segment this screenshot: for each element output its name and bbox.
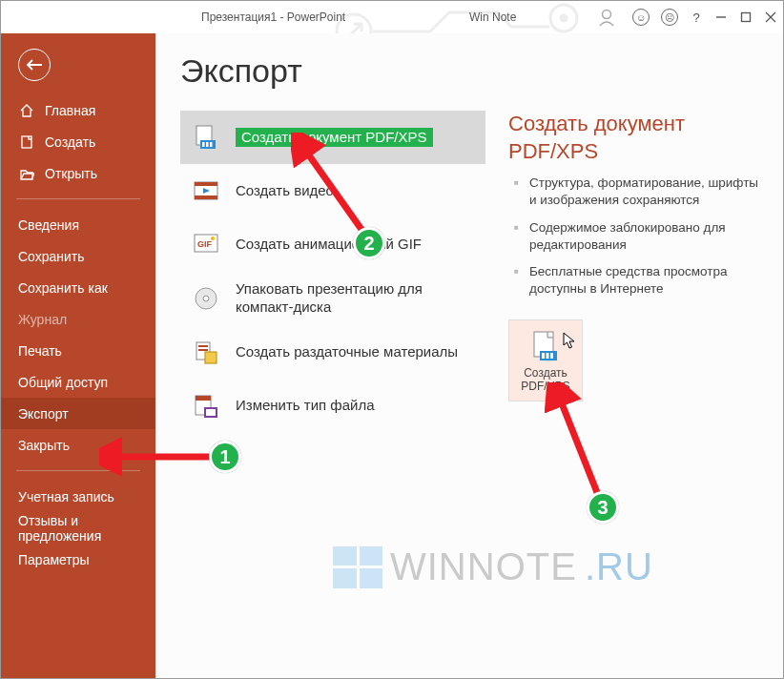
- sidebar-item-Журнал[interactable]: Журнал: [1, 303, 155, 335]
- sidebar-item-Создать[interactable]: Создать: [1, 126, 155, 157]
- svg-rect-34: [550, 353, 553, 359]
- backstage-sidebar: ГлавнаяСоздатьОткрыть СведенияСохранитьС…: [1, 33, 155, 678]
- sidebar-item-label: Печать: [18, 343, 62, 359]
- svg-rect-29: [206, 409, 216, 416]
- svg-rect-25: [205, 352, 217, 363]
- svg-rect-15: [195, 182, 217, 186]
- export-list: Создать документ PDF/XPSСоздать видеоGIF…: [180, 111, 485, 433]
- sidebar-item-Параметры[interactable]: Параметры: [1, 544, 155, 575]
- sidebar-item-Учетная запись[interactable]: Учетная запись: [1, 481, 155, 512]
- open-icon: [18, 166, 35, 181]
- separator: [16, 470, 140, 471]
- cd-icon: [192, 284, 220, 313]
- close-icon[interactable]: [764, 10, 777, 24]
- export-detail-pane: Создать документ PDF/XPS Структура, форм…: [508, 111, 758, 433]
- sidebar-item-label: Журнал: [18, 312, 67, 327]
- sidebar-item-label: Сохранить как: [18, 280, 108, 296]
- sidebar-item-Общий доступ[interactable]: Общий доступ: [1, 366, 155, 398]
- sidebar-item-label: Закрыть: [18, 438, 70, 453]
- annotation-badge-2: 2: [353, 227, 385, 259]
- sidebar-item-label: Общий доступ: [18, 375, 108, 390]
- sidebar-item-label: Главная: [45, 103, 95, 118]
- titlebar: Презентация1 - PowerPoint Win Note ☺ ☹ ?: [1, 1, 783, 33]
- change-icon: [192, 392, 220, 421]
- export-option-label: Создать видео: [236, 182, 334, 200]
- annotation-badge-3: 3: [587, 491, 619, 524]
- svg-point-3: [603, 10, 611, 19]
- svg-rect-32: [542, 353, 545, 359]
- handout-icon: [192, 339, 220, 367]
- pdf-document-icon: [530, 330, 561, 362]
- svg-rect-11: [202, 142, 205, 147]
- export-option-video[interactable]: Создать видео: [180, 164, 485, 217]
- svg-rect-13: [210, 142, 213, 147]
- smile-icon[interactable]: ☺: [632, 9, 650, 26]
- sidebar-item-Сохранить как[interactable]: Сохранить как: [1, 272, 155, 303]
- sidebar-item-Сведения[interactable]: Сведения: [1, 209, 155, 240]
- bullet-item: Структура, форматирование, шрифты и изоб…: [514, 175, 758, 209]
- cursor-icon: [563, 332, 576, 349]
- create-pdf-xps-button[interactable]: Создать PDF/XPS: [508, 319, 583, 401]
- sidebar-item-Отзывы и предложения[interactable]: Отзывы и предложения: [1, 512, 155, 544]
- pdf-icon: [192, 123, 220, 152]
- separator: [16, 198, 140, 199]
- export-option-label: Создать раздаточные материалы: [236, 343, 458, 361]
- bullet-item: Бесплатные средства просмотра доступны в…: [514, 263, 758, 298]
- win-note-label: Win Note: [469, 10, 516, 24]
- sidebar-item-Открыть[interactable]: Открыть: [1, 157, 155, 189]
- help-icon[interactable]: ?: [690, 10, 703, 24]
- gif-icon: GIF: [192, 230, 220, 258]
- export-option-gif[interactable]: GIFСоздать анимационный GIF: [180, 217, 485, 271]
- page-title: Экспорт: [180, 52, 758, 90]
- back-button[interactable]: [18, 49, 51, 81]
- new-icon: [18, 134, 35, 150]
- account-icon[interactable]: [598, 8, 621, 27]
- sidebar-item-label: Сведения: [18, 217, 79, 233]
- content-area: Экспорт Создать документ PDF/XPSСоздать …: [155, 33, 783, 678]
- svg-rect-23: [198, 345, 208, 347]
- svg-rect-16: [195, 195, 217, 199]
- export-option-label: Изменить тип файла: [236, 397, 375, 415]
- watermark: WINNOTE.RU: [333, 545, 653, 588]
- export-option-change[interactable]: Изменить тип файла: [180, 380, 485, 433]
- minimize-icon[interactable]: [714, 10, 728, 24]
- bullet-item: Содержимое заблокировано для редактирова…: [514, 219, 758, 254]
- home-icon: [18, 103, 35, 118]
- window-title: Презентация1 - PowerPoint: [201, 10, 345, 24]
- sidebar-item-Печать[interactable]: Печать: [1, 335, 155, 366]
- export-option-label: Упаковать презентацию для компакт-диска: [236, 280, 474, 317]
- frown-icon[interactable]: ☹: [661, 9, 678, 26]
- svg-rect-24: [198, 349, 208, 351]
- svg-text:GIF: GIF: [197, 239, 213, 249]
- export-option-label: Создать документ PDF/XPS: [236, 128, 433, 148]
- sidebar-item-Экспорт[interactable]: Экспорт: [1, 398, 155, 429]
- button-label: Создать PDF/XPS: [521, 366, 569, 393]
- sidebar-item-label: Учетная запись: [18, 489, 114, 504]
- svg-point-19: [211, 237, 215, 240]
- annotation-badge-1: 1: [209, 441, 241, 473]
- sidebar-item-label: Открыть: [45, 166, 97, 181]
- svg-rect-27: [196, 396, 211, 401]
- export-option-cd[interactable]: Упаковать презентацию для компакт-диска: [180, 271, 485, 326]
- sidebar-item-Закрыть[interactable]: Закрыть: [1, 429, 155, 461]
- sidebar-item-label: Сохранить: [18, 249, 85, 264]
- sidebar-item-label: Параметры: [18, 552, 90, 567]
- svg-rect-5: [742, 13, 751, 22]
- export-option-label: Создать анимационный GIF: [236, 236, 422, 254]
- sidebar-item-Главная[interactable]: Главная: [1, 94, 155, 126]
- svg-rect-8: [22, 136, 31, 148]
- sidebar-item-label: Создать: [45, 134, 95, 150]
- panel-title: Создать документ PDF/XPS: [508, 111, 758, 165]
- video-icon: [192, 176, 220, 205]
- sidebar-item-label: Отзывы и предложения: [18, 513, 155, 544]
- maximize-icon[interactable]: [739, 10, 753, 24]
- export-option-pdf[interactable]: Создать документ PDF/XPS: [180, 111, 485, 164]
- svg-rect-12: [206, 142, 209, 147]
- svg-rect-33: [547, 353, 549, 359]
- svg-point-21: [203, 296, 209, 301]
- export-option-handout[interactable]: Создать раздаточные материалы: [180, 326, 485, 380]
- sidebar-item-label: Экспорт: [18, 406, 69, 422]
- sidebar-item-Сохранить[interactable]: Сохранить: [1, 240, 155, 272]
